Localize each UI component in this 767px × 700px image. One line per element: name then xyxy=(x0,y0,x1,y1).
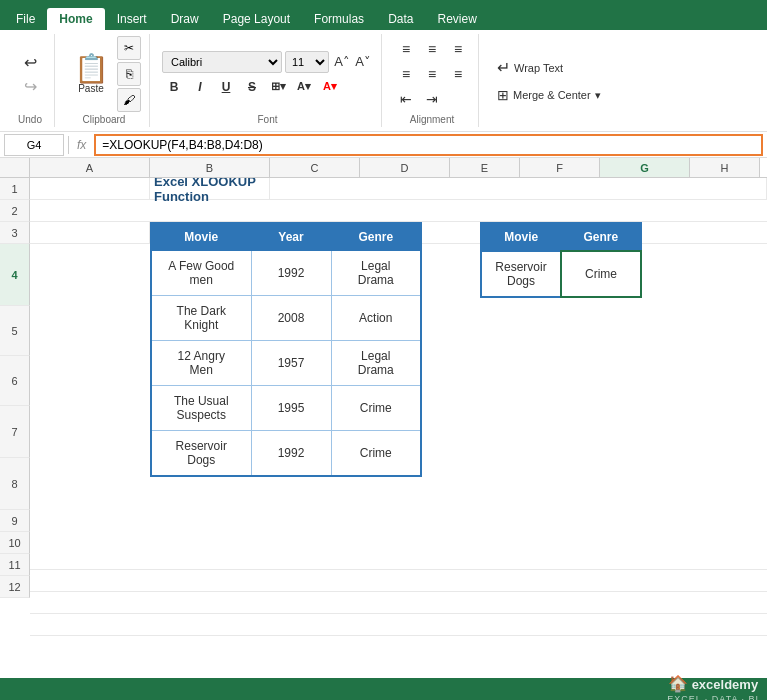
align-bottom-button[interactable]: ≡ xyxy=(446,38,470,60)
genre-cell-5[interactable]: Crime xyxy=(331,431,421,477)
movie-cell-1[interactable]: A Few Good men xyxy=(151,251,251,296)
wrap-text-button[interactable]: ↵ Wrap Text xyxy=(491,55,607,80)
year-cell-4[interactable]: 1995 xyxy=(251,386,331,431)
formula-input[interactable]: =XLOOKUP(F4,B4:B8,D4:D8) xyxy=(94,134,763,156)
row-num-9[interactable]: 9 xyxy=(0,510,30,532)
col-header-d[interactable]: D xyxy=(360,158,450,177)
row-12 xyxy=(30,614,767,635)
lookup-movie-cell[interactable]: Reservoir Dogs xyxy=(481,251,561,297)
row-num-3[interactable]: 3 xyxy=(0,222,30,244)
row-num-6[interactable]: 6 xyxy=(0,356,30,406)
tab-review[interactable]: Review xyxy=(425,8,488,30)
decrease-font-size-button[interactable]: A˅ xyxy=(353,51,373,73)
increase-indent-button[interactable]: ⇥ xyxy=(420,88,444,110)
movie-cell-4[interactable]: The Usual Suspects xyxy=(151,386,251,431)
wrap-merge-group: ↵ Wrap Text ⊞ Merge & Center ▾ xyxy=(483,34,615,127)
align-left-button[interactable]: ≡ xyxy=(394,63,418,85)
col-header-g[interactable]: G xyxy=(600,158,690,177)
increase-font-size-button[interactable]: A˄ xyxy=(332,51,352,73)
copy-button[interactable]: ⎘ xyxy=(117,62,141,86)
underline-button[interactable]: U xyxy=(214,76,238,98)
clipboard-label: Clipboard xyxy=(83,114,126,125)
alignment-group: ≡ ≡ ≡ ≡ ≡ ≡ ⇤ ⇥ Alignment xyxy=(386,34,479,127)
year-cell-3[interactable]: 1957 xyxy=(251,341,331,386)
row-num-11[interactable]: 11 xyxy=(0,554,30,576)
font-group: Calibri Arial 11 10 12 A˄ A˅ xyxy=(154,34,382,127)
year-cell-5[interactable]: 1992 xyxy=(251,431,331,477)
border-button[interactable]: ⊞▾ xyxy=(266,76,290,98)
align-top-button[interactable]: ≡ xyxy=(394,38,418,60)
row-num-2[interactable]: 2 xyxy=(0,200,30,222)
footer-tagline: EXCEL · DATA · BI xyxy=(667,694,759,700)
genre-cell-4[interactable]: Crime xyxy=(331,386,421,431)
cell-a3[interactable] xyxy=(30,222,150,243)
undo-button[interactable]: ↩ xyxy=(14,51,46,73)
row-numbers: 1 2 3 4 5 6 7 8 9 10 11 12 xyxy=(0,178,30,678)
row-num-12[interactable]: 12 xyxy=(0,576,30,598)
row-num-4[interactable]: 4 xyxy=(0,244,30,306)
tab-draw[interactable]: Draw xyxy=(159,8,211,30)
year-cell-1[interactable]: 1992 xyxy=(251,251,331,296)
merge-center-button[interactable]: ⊞ Merge & Center ▾ xyxy=(491,84,607,106)
undo-label: Undo xyxy=(18,114,42,125)
main-movie-table: Movie Year Genre A Few Good men 1992 Leg… xyxy=(150,222,422,477)
lookup-header-genre: Genre xyxy=(561,223,641,251)
format-painter-button[interactable]: 🖌 xyxy=(117,88,141,112)
col-header-c[interactable]: C xyxy=(270,158,360,177)
paste-button[interactable]: 📋 Paste xyxy=(67,48,115,100)
row-11 xyxy=(30,592,767,613)
year-cell-2[interactable]: 2008 xyxy=(251,296,331,341)
font-size-select[interactable]: 11 10 12 xyxy=(285,51,329,73)
bold-button[interactable]: B xyxy=(162,76,186,98)
col-header-f[interactable]: F xyxy=(520,158,600,177)
tab-formulas[interactable]: Formulas xyxy=(302,8,376,30)
merge-icon: ⊞ xyxy=(497,87,509,103)
tab-home[interactable]: Home xyxy=(47,8,104,30)
column-headers: A B C D E F G H xyxy=(0,158,767,178)
align-center-button[interactable]: ≡ xyxy=(420,63,444,85)
font-label: Font xyxy=(257,114,277,125)
wrap-text-icon: ↵ xyxy=(497,58,510,77)
row-num-7[interactable]: 7 xyxy=(0,406,30,458)
genre-cell-1[interactable]: Legal Drama xyxy=(331,251,421,296)
tab-insert[interactable]: Insert xyxy=(105,8,159,30)
font-name-select[interactable]: Calibri Arial xyxy=(162,51,282,73)
row-num-10[interactable]: 10 xyxy=(0,532,30,554)
cell-reference-input[interactable] xyxy=(4,134,64,156)
row-2-empty xyxy=(30,200,767,221)
row-num-1[interactable]: 1 xyxy=(0,178,30,200)
decrease-indent-button[interactable]: ⇤ xyxy=(394,88,418,110)
movie-cell-5[interactable]: Reservoir Dogs xyxy=(151,431,251,477)
col-header-b[interactable]: B xyxy=(150,158,270,177)
corner-cell xyxy=(0,158,30,177)
col-header-a[interactable]: A xyxy=(30,158,150,177)
col-header-h[interactable]: H xyxy=(690,158,760,177)
undo-group: ↩ ↪ Undo xyxy=(6,34,55,127)
genre-cell-3[interactable]: Legal Drama xyxy=(331,341,421,386)
italic-button[interactable]: I xyxy=(188,76,212,98)
tab-page-layout[interactable]: Page Layout xyxy=(211,8,302,30)
footer: 🏠 exceldemy EXCEL · DATA · BI xyxy=(0,678,767,700)
row-num-5[interactable]: 5 xyxy=(0,306,30,356)
col-header-genre: Genre xyxy=(331,223,421,251)
cell-a1[interactable] xyxy=(30,178,150,199)
fill-color-button[interactable]: A▾ xyxy=(292,76,316,98)
redo-button[interactable]: ↪ xyxy=(14,75,46,97)
movie-cell-2[interactable]: The Dark Knight xyxy=(151,296,251,341)
cut-button[interactable]: ✂ xyxy=(117,36,141,60)
tab-data[interactable]: Data xyxy=(376,8,425,30)
font-color-button[interactable]: A▾ xyxy=(318,76,342,98)
footer-logo: 🏠 exceldemy xyxy=(668,674,758,693)
col-header-e[interactable]: E xyxy=(450,158,520,177)
row-num-8[interactable]: 8 xyxy=(0,458,30,510)
genre-cell-2[interactable]: Action xyxy=(331,296,421,341)
cell-b1[interactable]: Excel XLOOKUP Function xyxy=(150,178,270,199)
movie-cell-3[interactable]: 12 Angry Men xyxy=(151,341,251,386)
align-middle-button[interactable]: ≡ xyxy=(420,38,444,60)
tab-file[interactable]: File xyxy=(4,8,47,30)
ribbon-toolbar: ↩ ↪ Undo 📋 Paste ✂ ⎘ 🖌 Clipboard xyxy=(0,30,767,132)
align-right-button[interactable]: ≡ xyxy=(446,63,470,85)
lookup-genre-cell[interactable]: Crime xyxy=(561,251,641,297)
strikethrough-button[interactable]: S xyxy=(240,76,264,98)
table-row: A Few Good men 1992 Legal Drama xyxy=(151,251,421,296)
